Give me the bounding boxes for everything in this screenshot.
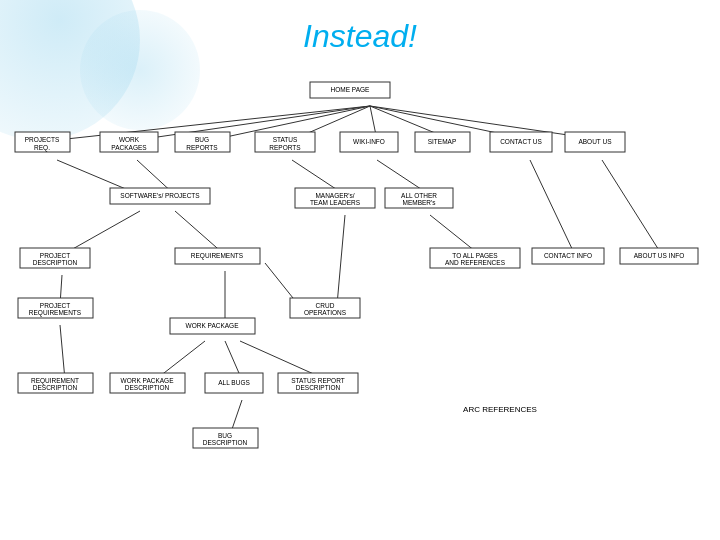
node-contact-us-label: CONTACT US — [500, 138, 542, 145]
node-to-all-pages-label2: AND REFERENCES — [445, 259, 506, 266]
arc-references-label: ARC REFERENCES — [463, 405, 537, 414]
node-status-desc-label2: DESCRIPTION — [296, 384, 341, 391]
node-work-packages-label: WORK — [119, 136, 140, 143]
node-req-desc-label2: DESCRIPTION — [33, 384, 78, 391]
node-wp-desc-label2: DESCRIPTION — [125, 384, 170, 391]
node-sitemap-label: SITEMAP — [428, 138, 457, 145]
node-crud-label2: OPERATIONS — [304, 309, 347, 316]
svg-line-18 — [602, 160, 662, 255]
node-about-us-label: ABOUT US — [578, 138, 612, 145]
node-status-reports-label: STATUS — [273, 136, 298, 143]
node-proj-req-label: PROJECT — [40, 302, 70, 309]
node-work-packages-label2: PACKAGES — [111, 144, 147, 151]
node-bug-desc-label2: DESCRIPTION — [203, 439, 248, 446]
node-contact-info-label: CONTACT INFO — [544, 252, 592, 259]
page-title: Instead! — [0, 18, 720, 55]
node-projects-label: PROJECTS — [25, 136, 60, 143]
diagram-container: HOME PAGE PROJECTS REQ. WORK PACKAGES BU… — [10, 70, 710, 530]
svg-line-22 — [60, 325, 65, 380]
node-bug-desc-label: BUG — [218, 432, 232, 439]
node-wiki-label: WIKI-INFO — [353, 138, 385, 145]
svg-line-2 — [137, 106, 370, 140]
node-projects-label2: REQ. — [34, 144, 50, 152]
node-proj-desc-label2: DESCRIPTION — [33, 259, 78, 266]
node-home-label: HOME PAGE — [331, 86, 371, 93]
node-crud-label: CRUD — [316, 302, 335, 309]
node-all-members-label2: MEMBER's — [402, 199, 436, 206]
node-managers-label: MANAGER's/ — [315, 192, 354, 199]
node-managers-label2: TEAM LEADERS — [310, 199, 361, 206]
node-all-members-label: ALL OTHER — [401, 192, 437, 199]
node-proj-req-label2: REQUIREMENTS — [29, 309, 82, 317]
node-status-reports-label2: REPORTS — [269, 144, 301, 151]
node-requirements-label: REQUIREMENTS — [191, 252, 244, 260]
node-software-label: SOFTWARE's/ PROJECTS — [120, 192, 200, 199]
node-bug-reports-label2: REPORTS — [186, 144, 218, 151]
svg-line-15 — [337, 215, 345, 305]
site-map-diagram: HOME PAGE PROJECTS REQ. WORK PACKAGES BU… — [10, 70, 710, 530]
node-wp-desc-label: WORK PACKAGE — [121, 377, 175, 384]
svg-line-17 — [530, 160, 575, 255]
node-work-package-label: WORK PACKAGE — [186, 322, 240, 329]
node-bug-reports-label: BUG — [195, 136, 209, 143]
node-proj-desc-label: PROJECT — [40, 252, 70, 259]
node-to-all-pages-label: TO ALL PAGES — [452, 252, 498, 259]
node-all-bugs-label: ALL BUGS — [218, 379, 250, 386]
node-about-info-label: ABOUT US INFO — [634, 252, 684, 259]
node-status-desc-label: STATUS REPORT — [291, 377, 344, 384]
